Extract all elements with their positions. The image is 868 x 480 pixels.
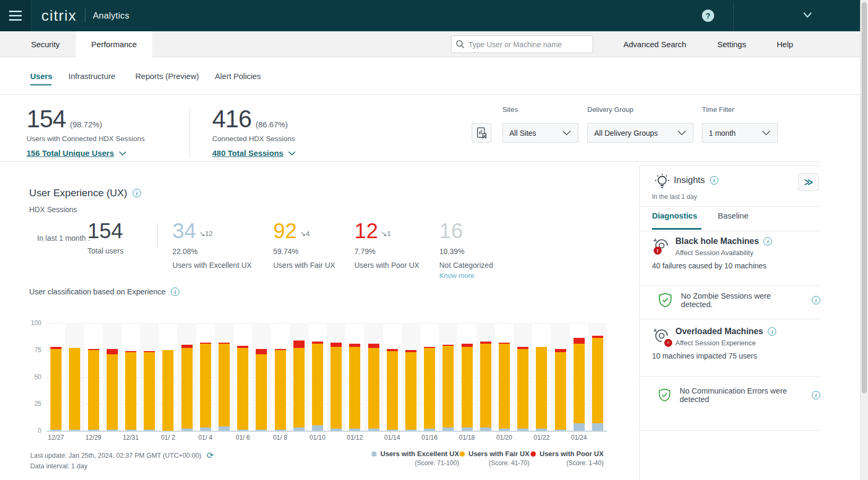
- chart-bar-01/4[interactable]: [200, 343, 211, 431]
- bar-segment: [256, 349, 267, 354]
- bar-segment: [574, 344, 585, 423]
- time-filter-dropdown[interactable]: 1 month: [702, 123, 778, 143]
- bar-segment: [387, 351, 398, 430]
- account-chevron-down-icon[interactable]: [802, 11, 813, 19]
- chart-bar-01/23[interactable]: [555, 349, 566, 431]
- overloaded-machines-detail[interactable]: 10 machines impacted 75 users: [652, 352, 757, 360]
- insights-panel: Insights ≫ In the last 1 day Diagnostics…: [639, 165, 820, 480]
- chart-slot: [121, 323, 140, 431]
- chart-bar-01/22[interactable]: [536, 347, 547, 431]
- delivery-group-filter-dropdown[interactable]: All Delivery Groups: [587, 123, 693, 143]
- chart-bar-01/13[interactable]: [368, 344, 379, 431]
- vertical-scrollbar-thumb[interactable]: [862, 2, 867, 394]
- chart-bar-01/6[interactable]: [237, 346, 248, 431]
- chart-bar-12/27[interactable]: [50, 347, 62, 431]
- chart-bar-01/10[interactable]: [312, 342, 323, 431]
- sessions-count: 416: [212, 107, 251, 131]
- chart-bar-01/18[interactable]: [462, 344, 473, 431]
- chart-bar-12/29[interactable]: [88, 349, 99, 431]
- refresh-icon[interactable]: ⟳: [207, 451, 214, 460]
- chart-slot: [420, 323, 439, 431]
- collapse-panel-button[interactable]: ≫: [798, 173, 819, 191]
- chart-bar-01/11[interactable]: [331, 343, 342, 431]
- export-report-icon-button[interactable]: [472, 123, 491, 143]
- subtab-users[interactable]: Users: [30, 72, 53, 81]
- overloaded-machines-subtitle: Affect Session Experience: [675, 339, 756, 347]
- chart-bar-01/15[interactable]: [405, 350, 416, 431]
- ux-divider: [157, 223, 158, 248]
- chart-x-axis-labels: 12/2712/2912/3101/ 201/ 401/ 601/ 801/10…: [47, 434, 607, 442]
- chart-slot: [103, 323, 121, 431]
- chart-bar-12/28[interactable]: [69, 348, 80, 431]
- info-icon[interactable]: [133, 189, 141, 197]
- help-link[interactable]: Help: [777, 31, 793, 57]
- chart-bar-01/8[interactable]: [275, 349, 286, 431]
- info-icon[interactable]: [763, 237, 772, 246]
- chart-bar-01/24[interactable]: [574, 338, 585, 431]
- black-hole-machines-detail[interactable]: 40 failures caused by 10 machines: [652, 261, 767, 270]
- info-icon[interactable]: [812, 391, 820, 399]
- chart-slot: [588, 323, 607, 431]
- chart-bar-01/3[interactable]: [181, 345, 193, 431]
- not-categorized-percent: 10.39%: [439, 247, 493, 256]
- chart-bar-01/25[interactable]: [592, 336, 603, 431]
- tab-performance[interactable]: Performance: [76, 31, 152, 57]
- subtab-infrastructure[interactable]: Infrastructure: [68, 72, 115, 81]
- overloaded-machines-title[interactable]: Overloaded Machines: [675, 327, 776, 336]
- chart-bar-01/7[interactable]: [256, 349, 267, 431]
- chart-bar-01/1[interactable]: [144, 351, 155, 431]
- subtab-alert-policies[interactable]: Alert Policies: [215, 72, 261, 81]
- hamburger-menu-icon[interactable]: [0, 0, 31, 31]
- info-icon[interactable]: [768, 327, 776, 336]
- chart-bar-01/19[interactable]: [480, 342, 491, 431]
- search-input[interactable]: [468, 40, 588, 49]
- chart-bar-01/5[interactable]: [219, 343, 230, 431]
- info-icon[interactable]: [812, 296, 820, 304]
- poor-percent: 7.79%: [354, 247, 419, 256]
- chart-bar-01/17[interactable]: [442, 345, 454, 431]
- x-axis-label: 01/22: [534, 434, 550, 441]
- sites-filter-dropdown[interactable]: All Sites: [502, 123, 578, 143]
- insights-lightbulb-icon: [654, 173, 671, 191]
- chart-bar-12/30[interactable]: [107, 349, 118, 431]
- bar-segment: [536, 347, 547, 429]
- advanced-search-link[interactable]: Advanced Search: [623, 31, 686, 57]
- chart-bar-01/12[interactable]: [349, 344, 360, 431]
- users-summary-stat: 154 (98.72%) Users with Connected HDX Se…: [27, 107, 145, 158]
- chart-slot: [47, 323, 65, 431]
- total-unique-users-link[interactable]: 156 Total Unique Users: [27, 149, 145, 158]
- tab-security[interactable]: Security: [15, 31, 76, 57]
- chart-slot: [495, 323, 514, 431]
- chart-bar-01/2[interactable]: [162, 350, 173, 431]
- chart-bar-01/20[interactable]: [499, 343, 510, 431]
- chart-bar-01/9[interactable]: [293, 341, 305, 431]
- excellent-trend: ↘12: [199, 230, 213, 238]
- sessions-percent: (86.67%): [256, 120, 288, 129]
- bar-segment: [256, 430, 267, 431]
- chart-bar-12/31[interactable]: [125, 351, 136, 431]
- poor-value: 12: [354, 220, 378, 241]
- info-icon[interactable]: [710, 176, 718, 185]
- search-box[interactable]: [451, 36, 593, 53]
- delivery-group-filter-label: Delivery Group: [587, 106, 633, 114]
- chart-bar-01/21[interactable]: [517, 347, 528, 431]
- sessions-stat-label: Connected HDX Sessions: [212, 135, 296, 143]
- info-icon[interactable]: [171, 287, 179, 296]
- tab-diagnostics[interactable]: Diagnostics: [652, 211, 697, 220]
- chart-bar-01/16[interactable]: [424, 347, 435, 431]
- metric-not-categorized: 16 10.39% Not Categorized Know more: [439, 220, 493, 280]
- subtab-reports[interactable]: Reports (Preview): [135, 72, 199, 81]
- bar-segment: [331, 347, 342, 429]
- users-count: 154: [27, 107, 66, 131]
- help-icon[interactable]: ?: [702, 10, 714, 22]
- legend-dot-poor: [531, 451, 536, 457]
- excellent-value: 34: [172, 220, 196, 241]
- black-hole-machines-title[interactable]: Black hole Machines: [675, 237, 772, 246]
- tab-baseline[interactable]: Baseline: [718, 211, 749, 220]
- legend-item-excellent: Users with Excellent UX (Score: 71-100): [371, 450, 459, 467]
- chart-bar-01/14[interactable]: [387, 349, 398, 431]
- settings-link[interactable]: Settings: [717, 31, 746, 57]
- bar-segment: [50, 430, 62, 431]
- total-sessions-link[interactable]: 480 Total Sessions: [212, 149, 296, 158]
- know-more-link[interactable]: Know more: [439, 272, 493, 280]
